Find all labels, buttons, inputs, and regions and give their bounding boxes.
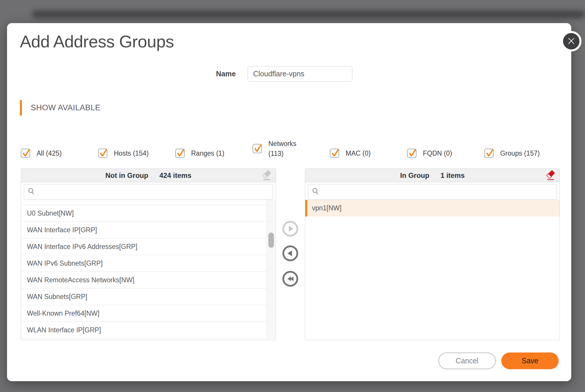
filter-label: All (425) [37,148,62,158]
eraser-icon [545,178,556,182]
filter-label: Ranges (1) [191,148,224,158]
not-in-group-search-input[interactable] [38,184,269,200]
list-item[interactable]: WAN RemoteAccess Networks[NW] [21,272,267,288]
in-group-search-input[interactable] [322,184,553,200]
add-address-groups-dialog: Add Address Groups Name SHOW AVAILABLE A… [7,23,571,381]
background-blur-band [32,11,585,18]
dialog-title: Add Address Groups [20,32,174,51]
panel-title: Not in Group [105,171,148,180]
filter-hosts: Hosts (154) [98,137,175,162]
name-input[interactable] [248,66,352,82]
panel-title: In Group [400,171,429,180]
clear-group-button[interactable] [545,170,556,181]
in-group-list: vpn1[NW] [305,200,560,339]
panel-item-count: 424 items [159,171,191,180]
filter-label: Networks (113) [268,139,296,159]
list-item[interactable]: WLAN Interface IP[GRP] [21,322,267,338]
close-icon [567,37,575,46]
show-available-section: SHOW AVAILABLE [20,100,101,116]
in-group-search [308,184,557,200]
double-arrow-left-icon [287,276,294,281]
search-icon [28,188,35,196]
type-filter-row: All (425) Hosts (154) Ranges (1) Net [21,137,562,162]
close-button[interactable] [561,31,581,51]
selected-list-item[interactable]: vpn1[NW] [305,200,560,216]
save-button[interactable]: Save [501,353,559,369]
filter-all: All (425) [21,137,98,162]
filter-label: FQDN (0) [423,148,452,158]
list-item[interactable]: WAN Subnets[GRP] [21,288,267,305]
filter-mac: MAC (0) [330,137,407,162]
filter-fqdn: FQDN (0) [407,137,484,162]
move-all-left-button[interactable] [282,271,298,287]
partial-row [21,200,267,205]
checkbox-hosts[interactable] [98,149,107,158]
checkbox-ranges[interactable] [175,149,185,158]
arrow-left-icon [287,250,292,256]
filter-ranges: Ranges (1) [175,137,253,162]
checkbox-all[interactable] [21,149,30,158]
list-item[interactable]: U0 Subnet[NW] [21,205,267,222]
list-item[interactable]: WAN Interface IP[GRP] [21,222,267,238]
screen-backdrop: Add Address Groups Name SHOW AVAILABLE A… [0,0,585,392]
cancel-button[interactable]: Cancel [438,353,496,369]
in-group-panel: In Group 1 items [305,169,560,340]
list-item[interactable]: WAN Interface IPv6 Addresses[GRP] [21,238,267,255]
not-in-group-header: Not in Group 424 items [21,169,276,182]
move-left-button[interactable] [282,245,298,261]
scrollbar-track[interactable] [267,200,276,339]
search-icon [312,188,319,196]
list-item[interactable]: WAN IPv6 Subnets[GRP] [21,255,267,272]
filter-groups: Groups (157) [484,137,562,162]
section-accent-bar [20,100,22,116]
checkbox-fqdn[interactable] [407,149,416,158]
checkbox-groups[interactable] [484,149,494,158]
move-right-button[interactable] [282,221,298,237]
scrollbar-thumb[interactable] [268,233,274,248]
panel-item-count: 1 items [440,171,465,180]
filter-label: Hosts (154) [114,148,149,158]
clear-selection-button-disabled[interactable] [261,170,272,181]
not-in-group-search [24,184,273,200]
filter-label: MAC (0) [346,148,371,158]
name-field-label: Name [153,66,236,82]
list-item[interactable]: Well-Known Pref64[NW] [21,305,267,322]
checkbox-networks[interactable] [253,144,262,153]
eraser-icon [261,178,272,182]
arrow-right-icon [289,226,294,232]
filter-label: Groups (157) [500,148,540,158]
section-heading-text: SHOW AVAILABLE [31,103,101,112]
in-group-header: In Group 1 items [305,169,560,182]
not-in-group-list: U0 Subnet[NW] WAN Interface IP[GRP] WAN … [21,200,276,339]
filter-networks: Networks (113) [253,135,330,162]
not-in-group-panel: Not in Group 424 items [21,169,276,340]
checkbox-mac[interactable] [330,149,339,158]
